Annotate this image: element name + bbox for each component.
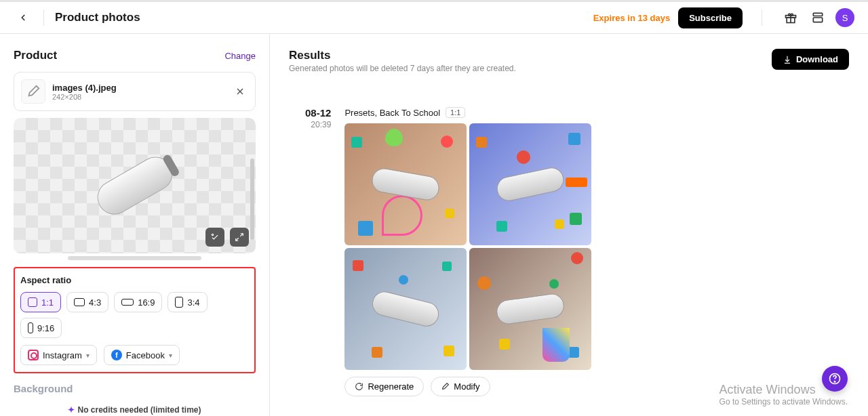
modify-button[interactable]: Modify	[431, 377, 490, 396]
svg-point-12	[834, 381, 835, 382]
ratio-swatch-icon	[28, 297, 37, 307]
avatar[interactable]: S	[835, 8, 854, 27]
aspect-ratio-label: Aspect ratio	[20, 275, 249, 285]
sparkle-icon: ✦	[68, 405, 75, 415]
ratio-swatch-icon	[121, 299, 134, 306]
social-label: Instagram	[43, 350, 82, 360]
results-panel: Results Generated photos will be deleted…	[270, 34, 868, 416]
modify-label: Modify	[454, 381, 479, 392]
product-image	[91, 150, 178, 220]
instagram-icon	[28, 350, 39, 360]
expand-button[interactable]	[230, 228, 249, 247]
ratio-9-16[interactable]: 9:16	[20, 318, 62, 338]
instagram-preset[interactable]: Instagram ▾	[20, 345, 97, 365]
generation-time: 20:39	[305, 120, 331, 129]
results-subtitle: Generated photos will be deleted 7 days …	[289, 64, 516, 73]
divider	[43, 9, 44, 26]
chevron-down-icon: ▾	[86, 352, 90, 359]
file-card: images (4).jpeg 242×208	[14, 72, 256, 111]
gift-icon[interactable]	[781, 8, 800, 27]
ratio-4-3[interactable]: 4:3	[66, 292, 108, 312]
generation-date: 08-12	[305, 107, 331, 119]
preview-scrollbar-h[interactable]	[68, 256, 201, 260]
ratio-label: 1:1	[41, 297, 54, 308]
magic-erase-button[interactable]	[205, 228, 224, 247]
product-preview	[14, 118, 256, 260]
ratio-label: 16:9	[138, 297, 155, 308]
change-link[interactable]: Change	[224, 51, 256, 61]
download-label: Download	[796, 54, 838, 64]
ratio-label: 4:3	[89, 297, 101, 308]
product-label: Product	[14, 49, 57, 62]
generation-preset: Presets, Back To School	[344, 108, 440, 118]
file-name: images (4).jpeg	[52, 83, 117, 93]
stack-icon[interactable]	[808, 8, 827, 27]
svg-line-8	[240, 234, 243, 236]
social-label: Facebook	[126, 350, 165, 360]
download-button[interactable]: Download	[772, 49, 849, 70]
back-button[interactable]	[14, 8, 33, 27]
ratio-16-9[interactable]: 16:9	[114, 292, 162, 312]
results-grid	[344, 123, 591, 370]
page-title: Product photos	[55, 11, 140, 24]
ratio-3-4[interactable]: 3:4	[167, 292, 207, 312]
preview-scrollbar[interactable]	[250, 159, 254, 240]
background-label: Background	[14, 383, 256, 394]
credit-note: ✦ No credits needed (limited time)	[14, 405, 256, 415]
svg-rect-4	[813, 18, 822, 22]
generation-entry: 08-12 20:39 Presets, Back To School 1:1	[305, 107, 849, 396]
generation-ratio-badge: 1:1	[446, 107, 465, 118]
ratio-label: 9:16	[37, 323, 54, 333]
result-image-4[interactable]	[469, 248, 591, 370]
help-button[interactable]	[822, 366, 848, 392]
result-image-3[interactable]	[344, 248, 467, 370]
svg-point-7	[212, 234, 213, 235]
result-image-2[interactable]	[469, 123, 591, 245]
svg-rect-3	[813, 13, 822, 16]
ratio-swatch-icon	[28, 323, 33, 333]
result-image-1[interactable]	[344, 123, 467, 245]
subscribe-button[interactable]: Subscribe	[678, 7, 743, 28]
regenerate-button[interactable]: Regenerate	[344, 377, 424, 396]
header: Product photos Expires in 13 days Subscr…	[0, 0, 868, 34]
facebook-preset[interactable]: f Facebook ▾	[104, 345, 180, 365]
regenerate-label: Regenerate	[368, 381, 414, 392]
ratio-1-1[interactable]: 1:1	[20, 292, 61, 312]
ratio-swatch-icon	[74, 298, 85, 306]
divider	[762, 9, 762, 26]
chevron-down-icon: ▾	[169, 352, 172, 359]
file-dimensions: 242×208	[52, 93, 117, 101]
facebook-icon: f	[111, 350, 122, 360]
svg-line-9	[236, 238, 239, 241]
ratio-swatch-icon	[175, 297, 183, 308]
ratio-label: 3:4	[187, 297, 199, 308]
file-thumbnail	[21, 79, 45, 104]
expires-label: Expires in 13 days	[593, 13, 670, 23]
results-title: Results	[289, 49, 516, 62]
preview-canvas[interactable]	[14, 118, 256, 253]
remove-file-button[interactable]	[232, 83, 248, 100]
aspect-ratio-section: Aspect ratio 1:1 4:3 16:9 3:4	[14, 267, 256, 373]
sidebar: Product Change images (4).jpeg 242×208	[0, 34, 270, 416]
